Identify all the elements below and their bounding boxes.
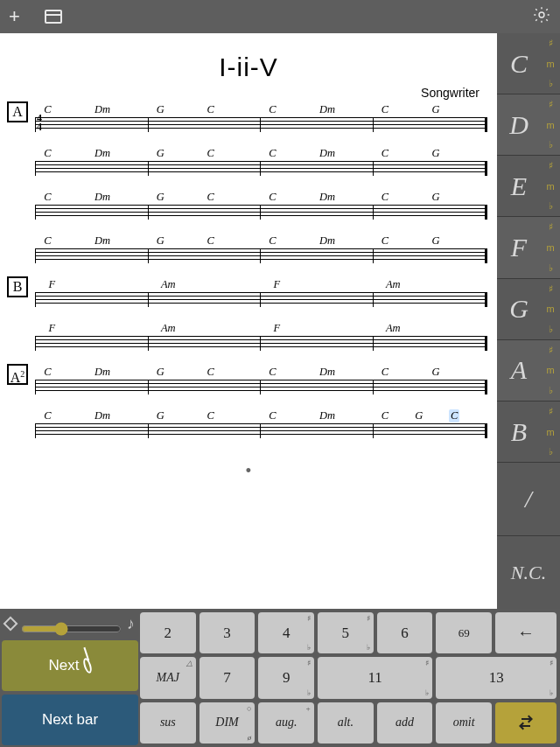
chord[interactable]: C (449, 409, 459, 422)
add-icon[interactable]: + (9, 7, 20, 26)
palette-key-a[interactable]: A♯m♭ (497, 340, 560, 401)
chord[interactable]: Dm (94, 234, 110, 248)
chord[interactable]: C (269, 103, 276, 116)
chord[interactable]: Dm (94, 366, 110, 379)
staff-line[interactable]: CDmGCCDmCGC (7, 415, 485, 439)
chord[interactable]: G (432, 147, 440, 160)
key-4[interactable]: 4♯♭ (258, 612, 314, 653)
chord[interactable]: C (207, 191, 214, 204)
modifier-m[interactable]: m (541, 422, 560, 442)
staff-line[interactable]: BFAmFAm (7, 283, 485, 308)
chord[interactable]: C (44, 191, 51, 204)
chord[interactable]: C (44, 234, 51, 248)
chord[interactable]: C (382, 191, 388, 204)
key-13[interactable]: 13♯♭ (436, 657, 556, 698)
modifier-♭[interactable]: ♭ (541, 442, 560, 462)
key-swap[interactable] (495, 702, 556, 744)
palette-nc[interactable]: N.C. (497, 536, 560, 609)
key-11[interactable]: 11♯♭ (318, 657, 432, 698)
staff-line[interactable]: A2CDmGCCDmCG (7, 371, 485, 395)
chord[interactable]: G (432, 366, 440, 379)
chord[interactable]: C (382, 147, 388, 160)
modifier-♭[interactable]: ♭ (541, 319, 560, 339)
chord[interactable]: F (273, 278, 280, 291)
chord[interactable]: Am (161, 278, 176, 291)
modifier-m[interactable]: m (541, 299, 560, 319)
key-2[interactable]: 2 (140, 612, 196, 653)
next-bar-button[interactable]: Next bar (2, 695, 138, 745)
key-sus[interactable]: sus (140, 702, 196, 744)
chord[interactable]: C (207, 147, 214, 160)
modifier-m[interactable]: m (541, 238, 560, 258)
chord[interactable]: C (382, 103, 388, 116)
chord[interactable]: F (48, 278, 55, 291)
staff-line[interactable]: CDmGCCDmCG (7, 152, 485, 177)
chord[interactable]: G (157, 409, 164, 422)
palette-key-e[interactable]: E♯m♭ (497, 156, 560, 217)
key-69[interactable]: 69 (436, 612, 492, 653)
key-3[interactable]: 3 (200, 612, 256, 653)
palette-key-g[interactable]: G♯m♭ (497, 279, 560, 340)
chord[interactable]: G (415, 409, 423, 422)
modifier-♭[interactable]: ♭ (541, 258, 560, 278)
chord[interactable]: Dm (94, 103, 110, 116)
chord[interactable]: Dm (319, 103, 335, 116)
chord[interactable]: Dm (319, 366, 335, 379)
chord[interactable]: C (44, 366, 51, 379)
palette-slash[interactable]: / (497, 463, 560, 536)
chord[interactable]: F (273, 322, 280, 335)
chord[interactable]: G (432, 103, 440, 116)
chord[interactable]: C (269, 191, 276, 204)
gear-icon[interactable] (532, 5, 551, 28)
chord[interactable]: C (207, 234, 214, 248)
chord[interactable]: C (44, 147, 51, 160)
chord[interactable]: G (432, 191, 440, 204)
chord[interactable]: C (269, 409, 276, 422)
key-6[interactable]: 6 (377, 612, 433, 653)
chord[interactable]: Dm (319, 234, 335, 248)
staff-line[interactable]: CDmGCCDmCG (7, 196, 485, 220)
key-maj[interactable]: MAJ△ (140, 657, 196, 698)
chord[interactable]: C (269, 147, 276, 160)
chord[interactable]: F (48, 322, 55, 335)
modifier-♯[interactable]: ♯ (541, 217, 560, 237)
key-alt[interactable]: alt. (318, 702, 374, 744)
chord[interactable]: Dm (94, 191, 110, 204)
sheet-page[interactable]: I-ii-V Songwriter A44CDmGCCDmCGCDmGCCDmC… (0, 33, 497, 609)
key-dim[interactable]: DIM○ø (200, 702, 256, 744)
palette-key-f[interactable]: F♯m♭ (497, 217, 560, 278)
modifier-♯[interactable]: ♯ (541, 401, 560, 422)
chord[interactable]: Dm (94, 147, 110, 160)
chord[interactable]: G (157, 366, 164, 379)
modifier-♯[interactable]: ♯ (541, 279, 560, 299)
key-[interactable]: ← (495, 612, 556, 653)
chord[interactable]: G (157, 234, 164, 248)
chord[interactable]: G (157, 191, 164, 204)
modifier-♯[interactable]: ♯ (541, 33, 560, 53)
chord[interactable]: C (269, 234, 276, 248)
modifier-m[interactable]: m (541, 176, 560, 196)
modifier-♭[interactable]: ♭ (541, 380, 560, 401)
palette-key-b[interactable]: B♯m♭ (497, 401, 560, 463)
next-button[interactable]: Next (2, 640, 138, 691)
chord[interactable]: Dm (319, 409, 335, 422)
palette-key-c[interactable]: C♯m♭ (497, 33, 560, 94)
palette-key-d[interactable]: D♯m♭ (497, 94, 560, 156)
modifier-m[interactable]: m (541, 360, 560, 380)
modifier-m[interactable]: m (541, 115, 560, 135)
chord[interactable]: Am (161, 322, 176, 335)
chord[interactable]: C (382, 409, 388, 422)
modifier-m[interactable]: m (541, 53, 560, 73)
chord[interactable]: C (207, 103, 214, 116)
chord[interactable]: Am (386, 278, 401, 291)
modifier-♯[interactable]: ♯ (541, 156, 560, 176)
key-9[interactable]: 9♯♭ (258, 657, 314, 698)
staff-line[interactable]: FAmFAm (7, 327, 485, 352)
chord[interactable]: C (44, 103, 51, 116)
chord[interactable]: C (382, 366, 388, 379)
chord[interactable]: C (382, 234, 388, 248)
chord[interactable]: G (157, 147, 164, 160)
modifier-♭[interactable]: ♭ (541, 73, 560, 94)
duration-slider[interactable] (21, 622, 122, 636)
chord[interactable]: G (432, 234, 440, 248)
